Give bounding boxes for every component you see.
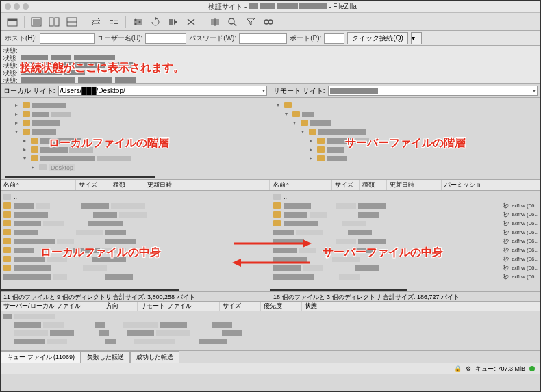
site-manager-button[interactable] — [5, 15, 20, 29]
port-label: ポート(P): — [290, 34, 321, 43]
remote-site-label: リモート サイト: — [273, 86, 325, 96]
queue-col-remotefile[interactable]: リモート ファイル — [138, 302, 220, 311]
refresh-button[interactable] — [148, 15, 163, 29]
col-name[interactable]: 名前 ⌃ — [1, 180, 76, 190]
local-status: 11 個のファイルと 9 個のディレクトリ 合計サイズ: 3,800,258 バ… — [1, 292, 270, 301]
col-size[interactable]: サイズ — [76, 180, 110, 190]
window-title: 検証サイト - - FileZilla — [29, 2, 536, 12]
window-titlebar: 検証サイト - - FileZilla — [1, 1, 540, 13]
disconnect-button[interactable] — [207, 15, 223, 29]
local-tree[interactable]: ▸ ▸ ▸ ▾ ▸ ▸ ▾ ▸Desktop — [1, 98, 270, 179]
remote-site-input[interactable]: ▾ — [328, 86, 538, 96]
cancel-button[interactable] — [184, 15, 199, 29]
statusbar: 🔒 ⚙ キュー: 707.3 MiB — [1, 363, 540, 374]
svg-rect-1 — [8, 19, 17, 21]
col-type-r[interactable]: 種類 — [360, 180, 387, 190]
host-input[interactable] — [40, 33, 95, 44]
queue-col-priority[interactable]: 優先度 — [261, 302, 302, 311]
quickconnect-button[interactable]: クイック接続(Q) — [347, 32, 407, 44]
svg-point-20 — [229, 18, 234, 24]
list-headers: 名前 ⌃ サイズ 種類 更新日時 名前 ⌃ サイズ 種類 更新日時 パーミッショ — [1, 180, 540, 191]
toggle-log-button[interactable] — [29, 15, 44, 29]
main-toolbar — [1, 13, 540, 31]
reconnect-button[interactable] — [225, 15, 240, 29]
queue-list[interactable] — [1, 311, 540, 351]
svg-line-21 — [234, 23, 236, 26]
queue-col-direction[interactable]: 方向 — [103, 302, 138, 311]
queue-tabs: キュー ファイル (11069) 失敗した転送 成功した転送 — [1, 351, 540, 363]
filter-button[interactable] — [130, 15, 145, 29]
local-file-list[interactable]: .. — [1, 191, 270, 291]
gear-icon[interactable]: ⚙ — [464, 365, 473, 373]
queue-col-status[interactable]: 状態 — [302, 302, 540, 311]
lock-icon[interactable]: 🔒 — [453, 365, 462, 373]
filter-files-button[interactable] — [243, 15, 258, 29]
quickconnect-bar: ホスト(H): ユーザー名(U): パスワード(W): ポート(P): クイック… — [1, 31, 540, 46]
host-label: ホスト(H): — [5, 34, 37, 43]
pass-label: パスワード(W): — [189, 34, 236, 43]
col-modified-r[interactable]: 更新日時 — [387, 180, 442, 190]
toggle-tree-button[interactable] — [47, 15, 62, 29]
process-queue-button[interactable] — [166, 15, 181, 29]
site-path-row: ローカル サイト: /Users/███/Desktop/▾ リモート サイト:… — [1, 84, 540, 98]
svg-point-23 — [268, 20, 273, 24]
col-modified[interactable]: 更新日時 — [144, 180, 270, 190]
queue-col-size[interactable]: サイズ — [220, 302, 261, 311]
tab-queue[interactable]: キュー ファイル (11069) — [1, 351, 81, 363]
pass-input[interactable] — [239, 33, 287, 44]
status-indicator-icon — [528, 365, 536, 373]
col-type[interactable]: 種類 — [110, 180, 144, 190]
remote-file-list[interactable]: .. 秒 adfrw (06.. 秒 adfrw (06.. 秒 adfrw (… — [270, 191, 540, 291]
queue-header: サーバー/ローカル ファイル 方向 リモート ファイル サイズ 優先度 状態 — [1, 302, 540, 311]
svg-rect-7 — [55, 18, 59, 26]
svg-rect-6 — [49, 18, 53, 26]
port-input[interactable] — [324, 33, 344, 44]
traffic-lights[interactable] — [5, 3, 29, 10]
tab-failed[interactable]: 失敗した転送 — [81, 351, 130, 363]
remote-status: 18 個のファイルと 3 個のディレクトリ 合計サイズ: 186,727 バイト — [270, 292, 540, 301]
quickconnect-dropdown[interactable]: ▾ — [411, 32, 422, 44]
local-site-input[interactable]: /Users/███/Desktop/▾ — [58, 86, 267, 96]
user-label: ユーザー名(U): — [97, 34, 143, 43]
list-bodies: .. .. 秒 adfrw (06.. 秒 adfrw (06.. 秒 adfr… — [1, 191, 540, 292]
sync-button[interactable] — [88, 15, 103, 29]
file-count-status: 11 個のファイルと 9 個のディレクトリ 合計サイズ: 3,800,258 バ… — [1, 292, 540, 302]
tab-success[interactable]: 成功した転送 — [130, 351, 179, 363]
tree-panels: ▸ ▸ ▸ ▾ ▸ ▸ ▾ ▸Desktop ▾ ▾ ▾ ▾ ▸ ▸ ▸ — [1, 98, 540, 180]
col-name-r[interactable]: 名前 ⌃ — [270, 180, 332, 190]
queue-size-text: キュー: 707.3 MiB — [475, 365, 525, 374]
message-log[interactable]: 状態: 状態: 状態: 状態: 状態: — [1, 46, 540, 84]
search-button[interactable] — [261, 15, 276, 29]
svg-point-22 — [264, 20, 268, 24]
remote-tree[interactable]: ▾ ▾ ▾ ▾ ▸ ▸ ▸ — [270, 98, 540, 179]
queue-col-serverfile[interactable]: サーバー/ローカル ファイル — [1, 302, 103, 311]
user-input[interactable] — [145, 33, 186, 44]
compare-button[interactable] — [106, 15, 121, 29]
col-size-r[interactable]: サイズ — [332, 180, 360, 190]
local-site-label: ローカル サイト: — [3, 86, 55, 96]
toggle-queue-button[interactable] — [64, 15, 79, 29]
col-permissions[interactable]: パーミッショ — [442, 180, 540, 190]
